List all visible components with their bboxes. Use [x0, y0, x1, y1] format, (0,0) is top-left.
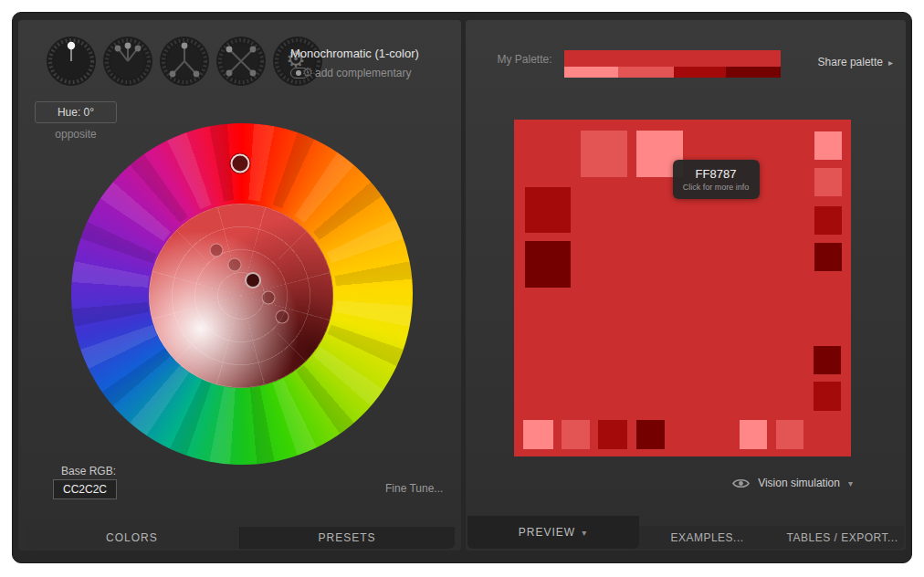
base-rgb-input[interactable] — [53, 479, 117, 499]
right-tab-bar: EXAMPLES... TABLES / EXPORT... PREVIEW ▾ — [466, 516, 907, 549]
scheme-type-buttons: ⚙ ⚙ — [47, 37, 322, 86]
scheme-tetrad-icon[interactable] — [216, 37, 266, 86]
preview-square-darkest[interactable] — [814, 243, 842, 271]
tab-preview-label: PREVIEW — [519, 526, 575, 539]
chevron-down-icon: ▾ — [848, 478, 853, 488]
tab-examples[interactable]: EXAMPLES... — [644, 526, 772, 549]
tooltip-hex-value: FF8787 — [696, 167, 737, 181]
preview-canvas[interactable]: FF8787 Click for more info — [514, 120, 851, 456]
disc-polar-grid — [149, 204, 333, 388]
preview-square-light[interactable] — [523, 420, 553, 449]
preview-square-medium[interactable] — [562, 420, 590, 449]
vision-simulation-label: Vision simulation — [758, 477, 840, 489]
preview-square-medium[interactable] — [776, 420, 803, 449]
scheme-triad-icon[interactable] — [160, 37, 209, 86]
disc-marker[interactable] — [262, 291, 276, 305]
add-complementary-toggle[interactable] — [290, 68, 309, 79]
preview-square-medium[interactable] — [581, 131, 627, 177]
tab-preview[interactable]: PREVIEW ▾ — [467, 516, 639, 549]
palette-swatch-medium[interactable] — [618, 67, 674, 78]
preview-panel: My Palette: Share palette ▸ FF8787 Click… — [466, 20, 907, 551]
preview-square-darkest[interactable] — [525, 241, 571, 288]
vision-simulation-control[interactable]: Vision simulation ▾ — [732, 477, 853, 489]
left-tab-bar: COLORS PRESETS — [25, 527, 455, 549]
palette-swatch-light[interactable] — [564, 67, 618, 78]
fine-tune-link[interactable]: Fine Tune... — [385, 482, 443, 495]
preview-square-darkest[interactable] — [814, 346, 841, 374]
share-palette-link[interactable]: Share palette ▸ — [818, 56, 893, 68]
preview-square-light[interactable] — [740, 420, 767, 449]
add-complementary-label: add complementary — [315, 67, 411, 79]
disc-marker[interactable] — [210, 244, 224, 257]
scheme-adjacent-icon[interactable] — [103, 37, 152, 86]
my-palette-label: My Palette: — [498, 53, 552, 66]
app-window: ⚙ ⚙ Monochromatic (1-color) add compleme… — [12, 12, 912, 563]
disc-marker[interactable] — [276, 310, 289, 324]
disc-marker-selected[interactable] — [245, 272, 261, 288]
palette-swatch-darkest[interactable] — [726, 67, 781, 78]
preview-square-medium[interactable] — [814, 168, 842, 196]
tab-presets[interactable]: PRESETS — [239, 527, 455, 549]
chevron-down-icon: ▾ — [582, 528, 587, 538]
preview-square-light[interactable] — [814, 131, 842, 160]
scheme-panel: ⚙ ⚙ Monochromatic (1-color) add compleme… — [18, 20, 461, 551]
scheme-title: Monochromatic (1-color) — [290, 47, 419, 60]
palette-primary-swatch[interactable] — [564, 50, 781, 67]
palette-swatch-dark[interactable] — [674, 67, 726, 78]
preview-square-dark[interactable] — [814, 382, 841, 411]
tab-colors[interactable]: COLORS — [25, 527, 239, 549]
preview-square-dark[interactable] — [598, 420, 627, 449]
hue-marker[interactable] — [231, 154, 250, 173]
tab-tables-export[interactable]: TABLES / EXPORT... — [781, 526, 905, 549]
chevron-right-icon: ▸ — [888, 58, 893, 68]
base-rgb-label: Base RGB: — [61, 465, 116, 477]
scheme-monochromatic-icon[interactable] — [47, 37, 96, 86]
color-wheel[interactable] — [71, 123, 413, 465]
preview-square-dark[interactable] — [814, 206, 842, 235]
my-palette-strip[interactable] — [564, 50, 781, 78]
color-tooltip[interactable]: FF8787 Click for more info — [673, 160, 760, 199]
hue-value-box[interactable]: Hue: 0° — [35, 101, 117, 123]
preview-square-darkest[interactable] — [636, 420, 665, 449]
share-palette-label: Share palette — [818, 56, 883, 68]
tooltip-note: Click for more info — [683, 183, 750, 192]
eye-icon — [732, 477, 750, 489]
disc-marker[interactable] — [228, 258, 242, 272]
preview-square-dark[interactable] — [525, 187, 571, 233]
